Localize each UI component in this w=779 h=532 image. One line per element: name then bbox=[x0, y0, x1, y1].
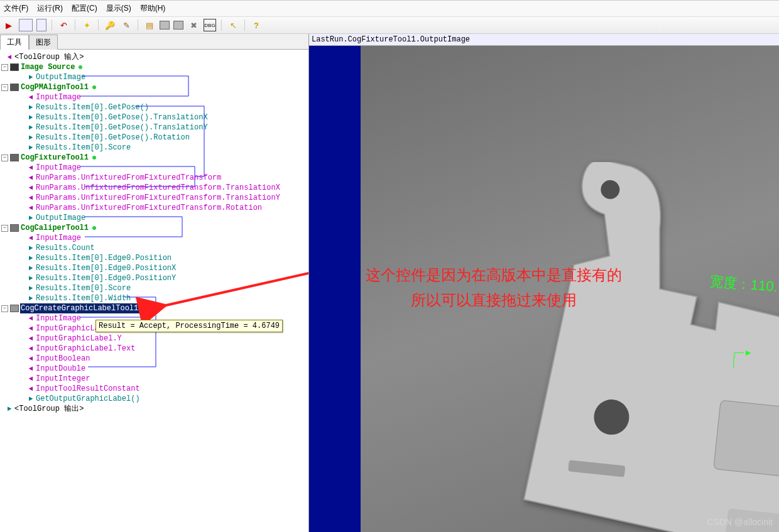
tree-node[interactable]: CogPMAlignTool1 bbox=[20, 82, 97, 92]
tree-node[interactable]: InputDouble bbox=[35, 364, 86, 374]
tool-tree[interactable]: ◄<ToolGroup 输入> −Image Source ►OutputIma… bbox=[0, 50, 308, 532]
tree-node[interactable]: InputImage bbox=[35, 233, 82, 243]
arrow-out-icon: ► bbox=[26, 72, 35, 82]
tree-node[interactable]: Results.Item[0].Edge0.Position bbox=[35, 253, 172, 263]
window2-icon[interactable] bbox=[36, 19, 46, 31]
tree-node[interactable]: InputInteger bbox=[35, 374, 90, 384]
arrow-in-icon: ◄ bbox=[26, 92, 35, 102]
collapse-icon[interactable]: − bbox=[1, 84, 8, 91]
tree-node[interactable]: Results.Item[0].GetPose().TranslationY bbox=[35, 122, 209, 133]
help-icon[interactable]: ? bbox=[250, 19, 263, 31]
key-icon[interactable]: 🔑 bbox=[104, 19, 116, 31]
tree-node[interactable]: RunParams.UnfixturedFromFixturedTransfor… bbox=[35, 193, 281, 203]
arrow-out-icon: ► bbox=[26, 283, 35, 293]
window-icon[interactable] bbox=[19, 19, 33, 31]
tree-node[interactable]: <ToolGroup 输入> bbox=[14, 52, 84, 62]
tree-node[interactable]: GetOutputGraphicLabel() bbox=[35, 394, 141, 404]
tree-node[interactable]: Results.Item[0].Score bbox=[35, 143, 131, 153]
tree-node[interactable]: InputToolResultConstant bbox=[35, 384, 141, 394]
tree-node[interactable]: OutputImage bbox=[35, 213, 86, 223]
image-area[interactable]: 这个控件是因为在高版本中是直接有的 所以可以直接拖过来使用 宽度：110.7 ┌… bbox=[309, 46, 779, 532]
menu-show[interactable]: 显示(S) bbox=[106, 3, 131, 14]
tree-node[interactable]: OutputImage bbox=[35, 72, 86, 82]
annotation-text: 这个控件是因为在高版本中是直接有的 所以可以直接拖过来使用 bbox=[366, 263, 622, 313]
tree-node[interactable]: <ToolGroup 输出> bbox=[14, 404, 84, 414]
tree-node-selected[interactable]: CogCreateGraphicLabelTool1 bbox=[20, 303, 146, 313]
image-left-margin bbox=[309, 46, 361, 532]
brush-icon[interactable]: ✎ bbox=[120, 19, 133, 31]
menu-help[interactable]: 帮助(H) bbox=[140, 3, 166, 14]
arrow-in-icon: ◄ bbox=[26, 193, 35, 203]
menu-bar: 文件(F) 运行(R) 配置(C) 显示(S) 帮助(H) bbox=[0, 1, 779, 17]
tree-node[interactable]: InputImage bbox=[35, 163, 82, 173]
image-title: LastRun.CogFixtureTool1.OutputImage bbox=[309, 34, 779, 46]
dbg-icon[interactable]: DBG bbox=[204, 19, 216, 31]
tab-graphics[interactable]: 图形 bbox=[29, 35, 58, 50]
arrow-out-icon: ► bbox=[26, 122, 35, 133]
arrow-out-icon: ► bbox=[26, 263, 35, 273]
tree-node[interactable]: InputGraphicLabel.Y bbox=[35, 334, 123, 344]
arrow-in-icon: ◄ bbox=[26, 354, 35, 364]
left-pane: 工具 图形 ◄<ToolGroup 输入> −Image Source ►Out… bbox=[0, 34, 309, 532]
spark-icon[interactable]: ✦ bbox=[80, 19, 93, 31]
tool-icon bbox=[10, 224, 19, 232]
watermark: CSDN @allocinit bbox=[707, 517, 773, 527]
collapse-icon[interactable]: − bbox=[1, 225, 8, 232]
tree-node[interactable]: Image Source bbox=[20, 62, 83, 72]
undo-icon[interactable]: ↶ bbox=[57, 19, 70, 31]
tree-node[interactable]: Results.Item[0].GetPose().Rotation bbox=[35, 133, 190, 143]
menu-config[interactable]: 配置(C) bbox=[72, 3, 97, 14]
arrow-in-icon: ◄ bbox=[26, 313, 35, 323]
arrow-out-icon: ► bbox=[26, 143, 35, 153]
right-pane: LastRun.CogFixtureTool1.OutputImage bbox=[309, 34, 779, 532]
tooltip: Result = Accept, ProcessingTime = 4.6749 bbox=[95, 320, 283, 332]
tree-node[interactable]: InputImage bbox=[35, 313, 82, 323]
arrow-out-icon: ► bbox=[26, 394, 35, 404]
arrow-in-icon: ◄ bbox=[26, 163, 35, 173]
arrow-in-icon: ◄ bbox=[26, 173, 35, 183]
arrow-in-icon: ◄ bbox=[26, 364, 35, 374]
collapse-icon[interactable]: − bbox=[1, 305, 8, 312]
menu-run[interactable]: 运行(R) bbox=[37, 3, 63, 14]
collapse-icon[interactable]: − bbox=[1, 155, 8, 161]
run-icon[interactable]: ▶ bbox=[3, 19, 15, 31]
tree-node[interactable]: Results.Item[0].Edge0.PositionX bbox=[35, 263, 177, 273]
tree-node[interactable]: CogFixtureTool1 bbox=[20, 153, 97, 163]
tree-node[interactable]: Results.Item[0].GetPose().TranslationX bbox=[35, 112, 209, 122]
tree-node[interactable]: InputGraphicLabel.Text bbox=[35, 344, 136, 354]
arrow-in-icon: ◄ bbox=[26, 203, 35, 213]
tool-icon bbox=[10, 305, 19, 312]
arrow-in-icon: ◄ bbox=[5, 52, 14, 62]
tab-tools[interactable]: 工具 bbox=[0, 35, 29, 50]
tool-icon bbox=[10, 84, 19, 91]
cursor-icon[interactable]: ↖ bbox=[227, 19, 239, 31]
collapse-icon[interactable]: − bbox=[1, 64, 8, 71]
main-area: 工具 图形 ◄<ToolGroup 输入> −Image Source ►Out… bbox=[0, 34, 779, 532]
tree-node[interactable]: Results.Count bbox=[35, 243, 95, 253]
menu-file[interactable]: 文件(F) bbox=[4, 3, 28, 14]
tree-node[interactable]: RunParams.UnfixturedFromFixturedTransfor… bbox=[35, 173, 222, 183]
svg-rect-20 bbox=[714, 400, 779, 478]
arrow-out-icon: ► bbox=[26, 112, 35, 122]
grid-icon[interactable] bbox=[160, 21, 170, 30]
tree-node[interactable]: Results.Item[0].Score bbox=[35, 283, 131, 293]
arrow-in-icon: ◄ bbox=[26, 344, 35, 354]
output-image: 这个控件是因为在高版本中是直接有的 所以可以直接拖过来使用 宽度：110.7 ┌… bbox=[361, 46, 779, 532]
panel-icon[interactable] bbox=[173, 21, 183, 30]
tree-node[interactable]: InputBoolean bbox=[35, 354, 90, 364]
arrow-in-icon: ◄ bbox=[26, 323, 35, 334]
tree-node[interactable]: RunParams.UnfixturedFromFixturedTransfor… bbox=[35, 183, 281, 193]
tree-node[interactable]: CogCaliperTool1 bbox=[20, 223, 97, 233]
tree-node[interactable]: Results.Item[0].GetPose() bbox=[35, 102, 150, 112]
tree-node[interactable]: InputImage bbox=[35, 92, 82, 102]
tool-icon bbox=[10, 63, 19, 71]
arrow-out-icon: ► bbox=[26, 213, 35, 223]
arrow-in-icon: ◄ bbox=[26, 384, 35, 394]
tree-node[interactable]: Results.Item[0].Width bbox=[35, 293, 131, 303]
arrow-in-icon: ◄ bbox=[26, 334, 35, 344]
tools-icon[interactable]: ✖ bbox=[187, 19, 200, 31]
arrow-out-icon: ► bbox=[26, 243, 35, 253]
tree-node[interactable]: Results.Item[0].Edge0.PositionY bbox=[35, 273, 177, 283]
tree-node[interactable]: RunParams.UnfixturedFromFixturedTransfor… bbox=[35, 203, 263, 213]
sheet-icon[interactable]: ▤ bbox=[143, 19, 156, 31]
